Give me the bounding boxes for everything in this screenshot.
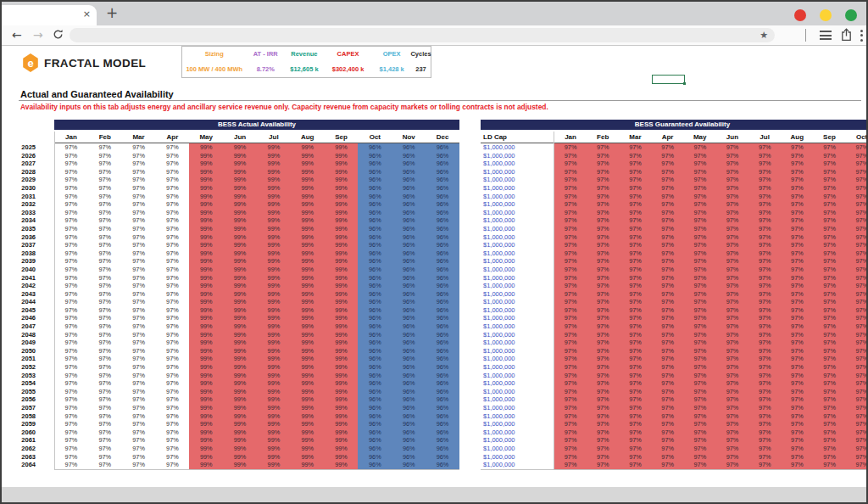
availability-cell[interactable]: 97% — [619, 249, 651, 258]
availability-cell[interactable]: 97% — [155, 331, 189, 339]
availability-cell[interactable]: 99% — [189, 249, 223, 258]
availability-cell[interactable]: 97% — [716, 160, 748, 168]
availability-cell[interactable]: 97% — [554, 388, 587, 396]
year-cell[interactable]: 2028 — [2, 168, 36, 176]
availability-cell[interactable]: 96% — [358, 412, 392, 421]
availability-cell[interactable]: 96% — [426, 249, 459, 258]
availability-cell[interactable]: 99% — [223, 379, 257, 388]
availability-cell[interactable]: 97% — [155, 225, 189, 233]
availability-cell[interactable]: 97% — [122, 266, 156, 274]
availability-cell[interactable]: 99% — [223, 274, 257, 283]
availability-cell[interactable]: 97% — [814, 168, 846, 176]
availability-cell[interactable]: 97% — [587, 314, 619, 322]
availability-cell[interactable]: 97% — [652, 257, 684, 266]
availability-cell[interactable]: 97% — [684, 412, 716, 421]
availability-cell[interactable]: 99% — [291, 241, 325, 249]
month-header-cell[interactable]: Feb — [88, 132, 122, 143]
availability-cell[interactable]: 96% — [358, 363, 392, 372]
availability-cell[interactable]: 97% — [814, 200, 846, 209]
availability-cell[interactable]: 97% — [652, 306, 684, 315]
availability-cell[interactable]: 99% — [325, 225, 359, 233]
month-header-cell[interactable]: Jan — [554, 132, 587, 143]
availability-cell[interactable]: 97% — [781, 152, 813, 160]
availability-cell[interactable]: 99% — [325, 200, 359, 209]
availability-cell[interactable]: 97% — [54, 225, 88, 233]
availability-cell[interactable]: 97% — [155, 266, 189, 274]
availability-cell[interactable]: 99% — [189, 193, 223, 201]
availability-cell[interactable]: 99% — [291, 420, 325, 428]
availability-cell[interactable]: 99% — [325, 168, 359, 176]
availability-cell[interactable]: 96% — [358, 241, 392, 249]
availability-cell[interactable]: 97% — [716, 363, 748, 372]
availability-cell[interactable]: 99% — [325, 436, 359, 445]
availability-cell[interactable]: 97% — [54, 355, 88, 363]
availability-cell[interactable]: 99% — [189, 339, 223, 347]
ld-cap-cell[interactable]: $1,000,000 — [481, 322, 554, 331]
availability-cell[interactable]: 96% — [358, 225, 392, 233]
availability-cell[interactable]: 97% — [846, 331, 868, 339]
ld-cap-cell[interactable]: $1,000,000 — [481, 461, 554, 469]
availability-cell[interactable]: 99% — [189, 331, 223, 339]
ld-cap-cell[interactable]: $1,000,000 — [481, 453, 554, 462]
availability-cell[interactable]: 96% — [426, 266, 459, 274]
availability-cell[interactable]: 97% — [748, 225, 781, 233]
availability-cell[interactable]: 97% — [54, 306, 88, 315]
availability-cell[interactable]: 97% — [155, 461, 189, 469]
availability-cell[interactable]: 97% — [748, 379, 781, 388]
availability-cell[interactable]: 97% — [781, 160, 813, 168]
availability-cell[interactable]: 99% — [325, 298, 359, 306]
availability-cell[interactable]: 99% — [291, 372, 325, 380]
ld-cap-cell[interactable]: $1,000,000 — [481, 249, 554, 258]
availability-cell[interactable]: 97% — [54, 249, 88, 258]
availability-cell[interactable]: 99% — [189, 347, 223, 356]
availability-cell[interactable]: 97% — [88, 274, 122, 283]
availability-cell[interactable]: 96% — [426, 176, 459, 184]
availability-cell[interactable]: 99% — [223, 225, 257, 233]
availability-cell[interactable]: 96% — [392, 363, 426, 372]
availability-cell[interactable]: 99% — [291, 347, 325, 356]
availability-cell[interactable]: 97% — [155, 339, 189, 347]
availability-cell[interactable]: 97% — [88, 306, 122, 315]
availability-cell[interactable]: 96% — [358, 193, 392, 201]
availability-cell[interactable]: 97% — [846, 241, 868, 249]
availability-cell[interactable]: 97% — [88, 225, 122, 233]
availability-cell[interactable]: 96% — [392, 395, 426, 404]
availability-cell[interactable]: 96% — [358, 453, 392, 462]
availability-cell[interactable]: 97% — [88, 266, 122, 274]
availability-cell[interactable]: 97% — [88, 379, 122, 388]
availability-cell[interactable]: 97% — [88, 355, 122, 363]
availability-cell[interactable]: 99% — [257, 209, 291, 217]
availability-cell[interactable]: 97% — [748, 241, 781, 249]
availability-cell[interactable]: 97% — [554, 160, 587, 168]
availability-cell[interactable]: 97% — [781, 249, 813, 258]
availability-cell[interactable]: 97% — [684, 372, 716, 380]
availability-cell[interactable]: 97% — [122, 322, 156, 331]
availability-cell[interactable]: 97% — [814, 322, 846, 331]
availability-cell[interactable]: 97% — [54, 347, 88, 356]
availability-cell[interactable]: 99% — [257, 143, 291, 152]
availability-cell[interactable]: 99% — [257, 428, 291, 437]
availability-cell[interactable]: 96% — [358, 216, 392, 225]
month-header-cell[interactable]: Jan — [54, 132, 88, 143]
reload-icon[interactable] — [53, 28, 64, 43]
availability-cell[interactable]: 97% — [716, 436, 748, 445]
availability-cell[interactable]: 96% — [392, 176, 426, 184]
ld-cap-cell[interactable]: $1,000,000 — [481, 355, 554, 363]
availability-cell[interactable]: 99% — [189, 306, 223, 315]
year-cell[interactable]: 2029 — [2, 176, 36, 184]
availability-cell[interactable]: 97% — [716, 241, 748, 249]
availability-cell[interactable]: 97% — [155, 176, 189, 184]
availability-cell[interactable]: 97% — [619, 290, 651, 299]
availability-cell[interactable]: 99% — [325, 257, 359, 266]
availability-cell[interactable]: 99% — [223, 372, 257, 380]
availability-cell[interactable]: 97% — [54, 233, 88, 242]
availability-cell[interactable]: 97% — [716, 282, 748, 290]
availability-cell[interactable]: 97% — [88, 331, 122, 339]
ld-cap-cell[interactable]: $1,000,000 — [481, 395, 554, 404]
availability-cell[interactable]: 96% — [392, 209, 426, 217]
availability-cell[interactable]: 97% — [554, 249, 587, 258]
availability-cell[interactable]: 97% — [814, 160, 846, 168]
availability-cell[interactable]: 97% — [846, 168, 868, 176]
availability-cell[interactable]: 97% — [122, 412, 156, 421]
availability-cell[interactable]: 97% — [155, 420, 189, 428]
